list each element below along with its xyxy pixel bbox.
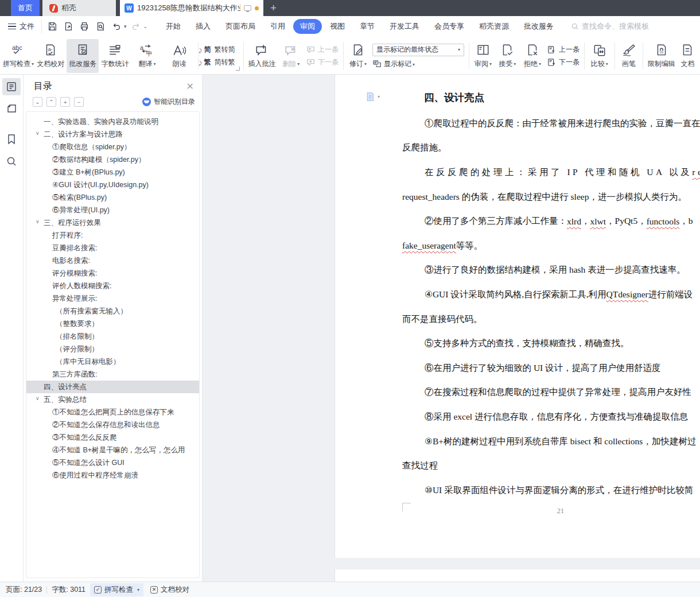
toc-item[interactable]: ③不知道怎么反反爬	[26, 431, 199, 444]
tag-panel-button[interactable]	[2, 100, 21, 117]
toc-item[interactable]: ②不知道怎么保存信息和读出信息	[26, 418, 199, 431]
redo-button[interactable]	[129, 20, 143, 33]
save-button[interactable]	[45, 20, 59, 33]
toc-item[interactable]: ③建立 B+树(BPlus.py)	[26, 166, 199, 179]
undo-button[interactable]	[110, 20, 123, 33]
toc-item[interactable]: ⑤检索(BPlus.py)	[26, 191, 199, 204]
document-tab[interactable]: W 19231258陈思翰数据结构大作业	[120, 0, 263, 16]
brush-button[interactable]: 画笔	[617, 39, 640, 73]
command-search[interactable]: 查找命令、搜索模板	[571, 21, 649, 32]
toc-item[interactable]: ①不知道怎么把网页上的信息保存下来	[26, 406, 199, 418]
file-menu-button[interactable]: 文件	[0, 21, 41, 32]
markup-state-combobox[interactable]: 显示标记的最终状态▾	[372, 44, 464, 56]
toc-item[interactable]: ①爬取信息（spider.py）	[26, 141, 199, 153]
menu-tab-开发工具[interactable]: 开发工具	[383, 19, 426, 34]
menu-tab-引用[interactable]: 引用	[263, 19, 292, 34]
toc-item[interactable]: ④不知道 B+树是干嘛的，怎么写，怎么用	[26, 444, 199, 456]
status-doc-proof-button[interactable]: ✕ 文档校对	[148, 583, 192, 596]
status-spell-check-toggle[interactable]: ✓ 拼写检查 ▾	[90, 583, 143, 596]
collapse-all-button[interactable]: ⌃	[46, 97, 56, 107]
toc-item[interactable]: 一、实验选题、实验内容及功能说明	[26, 115, 199, 128]
quickbar-more-caret[interactable]: ⌄	[143, 24, 148, 29]
toc-item[interactable]: 四、设计亮点	[26, 381, 199, 393]
expand-all-button[interactable]: ⌄	[33, 97, 42, 107]
toc-item[interactable]: 评分模糊搜索:	[26, 267, 199, 280]
toc-item[interactable]: ⑥使用过程中程序经常崩溃	[26, 469, 199, 482]
toc-item[interactable]: ∨三、程序运行效果	[26, 216, 199, 229]
print-button[interactable]	[77, 20, 91, 33]
undo-dropdown-caret[interactable]: ▾	[124, 24, 127, 29]
toc-item[interactable]: ④GUI 设计(UI.py,UIdesign.py)	[26, 179, 199, 191]
toc-item[interactable]: 电影名搜索:	[26, 254, 199, 267]
trad-to-simp-button[interactable]: 简 繁转简	[203, 45, 235, 55]
next-comment-button[interactable]: 下一条	[306, 57, 339, 67]
prev-comment-button[interactable]: 上一条	[306, 45, 339, 55]
print-preview-button[interactable]	[94, 20, 107, 33]
chevron-down-icon[interactable]: ∨	[36, 219, 40, 224]
compare-button[interactable]: 比较▾	[587, 39, 612, 73]
menu-tab-章节[interactable]: 章节	[353, 19, 382, 34]
toc-item[interactable]: 评价人数模糊搜索:	[26, 280, 199, 292]
read-aloud-button[interactable]: 朗读	[164, 39, 196, 73]
menu-tab-视图[interactable]: 视图	[323, 19, 352, 34]
new-tab-button[interactable]: +	[263, 0, 283, 16]
menu-tab-审阅[interactable]: 审阅	[293, 19, 322, 34]
spell-check-button[interactable]: abc 拼写检查▾	[2, 39, 34, 73]
translate-button[interactable]: a中 翻译▾	[131, 39, 163, 73]
menu-tab-页面布局[interactable]: 页面布局	[219, 19, 262, 34]
correction-service-button[interactable]: 批改服务	[67, 39, 99, 73]
chevron-down-icon[interactable]: ∨	[36, 396, 40, 401]
docer-tab[interactable]: 稻壳	[42, 0, 116, 16]
toc-item[interactable]: 豆瓣排名搜索:	[26, 242, 199, 254]
zoom-in-button[interactable]: ＋	[60, 97, 70, 107]
toc-item[interactable]: ⑤不知道怎么设计 GUI	[26, 456, 199, 469]
delete-comment-button[interactable]: 删除▾	[278, 39, 305, 73]
menu-tab-开始[interactable]: 开始	[159, 19, 188, 34]
reject-button[interactable]: 拒绝▾	[520, 39, 545, 73]
review-pane-button[interactable]: 审阅▾	[472, 39, 495, 73]
comment-prev-icon	[306, 46, 316, 54]
toc-item[interactable]: （排名限制）	[26, 330, 199, 343]
menu-tab-批改服务[interactable]: 批改服务	[517, 19, 561, 34]
accept-button[interactable]: 接受▾	[495, 39, 520, 73]
smart-recognize-button[interactable]: 智能识别目录	[142, 97, 195, 107]
toc-item[interactable]: （评分限制）	[26, 343, 199, 355]
next-change-button[interactable]: 下一条	[547, 57, 580, 67]
zoom-out-button[interactable]: －	[74, 97, 84, 107]
outline-panel-button[interactable]	[2, 78, 21, 95]
toc-item[interactable]: ∨五、实验总结	[26, 393, 199, 406]
insert-comment-button[interactable]: 插入批注	[246, 39, 278, 73]
close-icon[interactable]: ✕	[186, 82, 194, 91]
chevron-down-icon[interactable]: ∨	[36, 130, 40, 136]
home-tab[interactable]: 首页	[11, 0, 40, 16]
find-panel-button[interactable]	[2, 153, 21, 170]
restrict-edit-button[interactable]: 限制编辑	[645, 39, 678, 73]
export-button[interactable]	[61, 20, 75, 33]
doc-permission-button-clipped[interactable]: 文档	[678, 39, 698, 73]
track-changes-button[interactable]: 修订▾	[346, 39, 370, 73]
toc-item[interactable]: 打开程序:	[26, 229, 199, 242]
menu-tab-插入[interactable]: 插入	[189, 19, 217, 34]
toc-item[interactable]: 第三方库函数:	[26, 368, 199, 381]
doc-proof-button[interactable]: a- 文档校对	[34, 39, 67, 73]
next-page-top[interactable]	[335, 569, 700, 582]
prev-change-button[interactable]: 上一条	[547, 45, 580, 55]
toc-item[interactable]: （所有搜索窗无输入）	[26, 305, 199, 317]
toc-item[interactable]: 异常处理展示:	[26, 292, 199, 305]
paragraph-tool-handle[interactable]: ▾	[365, 92, 380, 102]
bookmark-panel-button[interactable]	[2, 131, 21, 148]
toc-item[interactable]: ②数据结构建模（spider.py）	[26, 153, 199, 166]
toc-item[interactable]: （整数要求）	[26, 317, 199, 330]
menu-tab-稻壳资源[interactable]: 稻壳资源	[472, 19, 516, 34]
show-markup-button[interactable]: 显示标记▾	[372, 59, 464, 69]
toc-item[interactable]: （库中无目标电影）	[26, 355, 199, 368]
status-word-count[interactable]: 字数: 3011	[52, 585, 85, 595]
dialog-launcher-icon[interactable]	[236, 67, 240, 71]
screen-share-icon[interactable]	[244, 5, 251, 11]
toc-item[interactable]: ∨二、设计方案与设计思路	[26, 128, 199, 141]
toc-item[interactable]: ⑥异常处理(UI.py)	[26, 204, 199, 216]
word-count-button[interactable]: 字数统计	[99, 39, 131, 73]
document-page[interactable]: ▾ 四、设计亮点 ①爬取过程中的反反爬：由于经常被用来进行爬虫的实验，豆瓣一直在…	[335, 75, 700, 558]
menu-tab-会员专享[interactable]: 会员专享	[427, 19, 471, 34]
simp-to-trad-button[interactable]: 繁 简转繁	[203, 57, 235, 67]
